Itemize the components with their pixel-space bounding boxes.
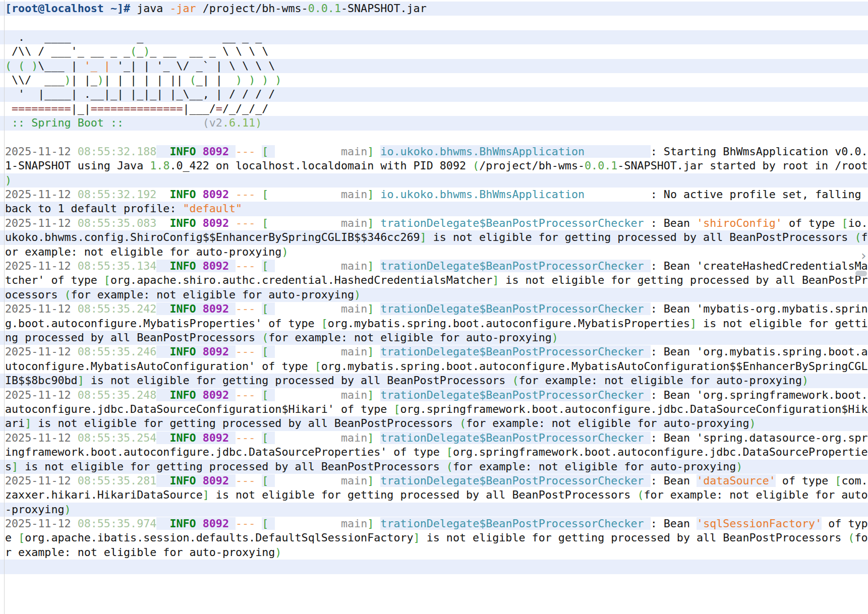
terminal-blank-row xyxy=(0,131,868,145)
spring-boot-banner-row: =========|_|==============|___/=/_/_/_/ xyxy=(0,102,868,116)
log-line-row: 2025-11-12 08:55:35.083 INFO 8092 --- [ … xyxy=(0,216,868,230)
spring-boot-banner-row: :: Spring Boot :: (v2.6.11) xyxy=(0,116,868,130)
log-line-wrap-row: ng processed by all BeanPostProcessors (… xyxy=(0,331,868,345)
log-line-row: 2025-11-12 08:55:35.242 INFO 8092 --- [ … xyxy=(0,302,868,316)
log-line-wrap-row: autoconfigure.jdbc.DataSourceConfigurati… xyxy=(0,402,868,416)
log-line-wrap-row: s] is not eligible for getting processed… xyxy=(0,460,868,474)
spring-boot-banner-row: \\/ ___)| |_)| | | | | || (_| | ) ) ) ) xyxy=(0,73,868,87)
log-line-wrap-row: utoconfigure.MybatisAutoConfiguration' o… xyxy=(0,359,868,374)
log-line-wrap-row: or example: not eligible for auto-proxyi… xyxy=(0,245,868,259)
log-line-wrap-row: zaxxer.hikari.HikariDataSource] is not e… xyxy=(0,488,868,502)
terminal-blank-row xyxy=(0,16,868,30)
log-line-wrap-row: ingframework.boot.autoconfigure.jdbc.Dat… xyxy=(0,445,868,459)
log-line-row: 2025-11-12 08:55:35.134 INFO 8092 --- [ … xyxy=(0,259,868,273)
log-line-wrap-row: 1-SNAPSHOT using Java 1.8.0_422 on local… xyxy=(0,159,868,173)
log-line-row: 2025-11-12 08:55:32.192 INFO 8092 --- [ … xyxy=(0,188,868,202)
log-line-wrap-row: ocessors (for example: not eligible for … xyxy=(0,288,868,302)
log-line-row: 2025-11-12 08:55:35.281 INFO 8092 --- [ … xyxy=(0,474,868,488)
log-line-row: 2025-11-12 08:55:32.188 INFO 8092 --- [ … xyxy=(0,145,868,159)
log-line-wrap-row: back to 1 default profile: "default" xyxy=(0,202,868,216)
terminal-output: [root@localhost ~]# java -jar /project/b… xyxy=(0,0,868,574)
log-line-wrap-row: -proxying) xyxy=(0,503,868,517)
log-line-row: 2025-11-12 08:55:35.254 INFO 8092 --- [ … xyxy=(0,431,868,445)
log-line-wrap-row: ) xyxy=(0,173,868,188)
log-line-wrap-row: g.boot.autoconfigure.MybatisProperties' … xyxy=(0,317,868,331)
scrollbar-thumb[interactable] xyxy=(855,271,867,276)
log-line-wrap-row: tcher' of type [org.apache.shiro.authc.c… xyxy=(0,273,868,287)
log-line-wrap-row: e [org.apache.ibatis.session.defaults.De… xyxy=(0,531,868,545)
spring-boot-banner-row: ( ( )\___ | '_ | '_| | '_ \/ _` | \ \ \ … xyxy=(0,59,868,73)
scroll-right-chevron-icon[interactable]: › xyxy=(859,249,867,262)
log-line-row: 2025-11-12 08:55:35.246 INFO 8092 --- [ … xyxy=(0,345,868,359)
log-line-row: 2025-11-12 08:55:35.248 INFO 8092 --- [ … xyxy=(0,388,868,402)
terminal-prompt-row: [root@localhost ~]# java -jar /project/b… xyxy=(0,2,868,16)
log-line-row: 2025-11-12 08:55:35.974 INFO 8092 --- [ … xyxy=(0,517,868,531)
spring-boot-banner-row: ' |____| .__|_| |_|_| |_\__, | / / / / xyxy=(0,87,868,101)
log-line-wrap-row: ari] is not eligible for getting process… xyxy=(0,416,868,431)
log-line-wrap-row: r example: not eligible for auto-proxyin… xyxy=(0,545,868,560)
terminal-partial-row xyxy=(0,560,868,574)
log-line-wrap-row: IB$$8bc90bd] is not eligible for getting… xyxy=(0,374,868,388)
log-line-wrap-row: ukoko.bhwms.config.ShiroConfig$$Enhancer… xyxy=(0,230,868,244)
spring-boot-banner-row: /\\ / ___'_ __ _ _(_)_ __ __ _ \ \ \ \ xyxy=(0,44,868,58)
spring-boot-banner-row: . ____ _ __ _ _ xyxy=(0,30,868,44)
